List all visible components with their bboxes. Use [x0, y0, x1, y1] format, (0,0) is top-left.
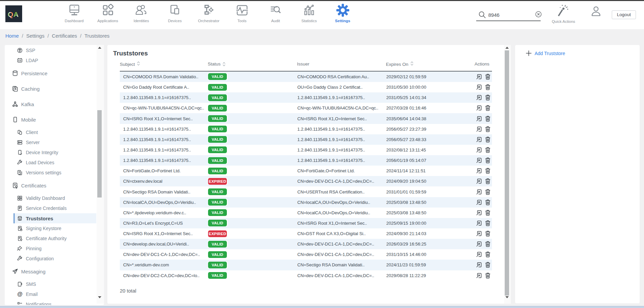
svg-text:Q: Q: [8, 10, 13, 18]
svg-text:A: A: [13, 10, 18, 18]
svg-text:@: @: [17, 292, 23, 297]
